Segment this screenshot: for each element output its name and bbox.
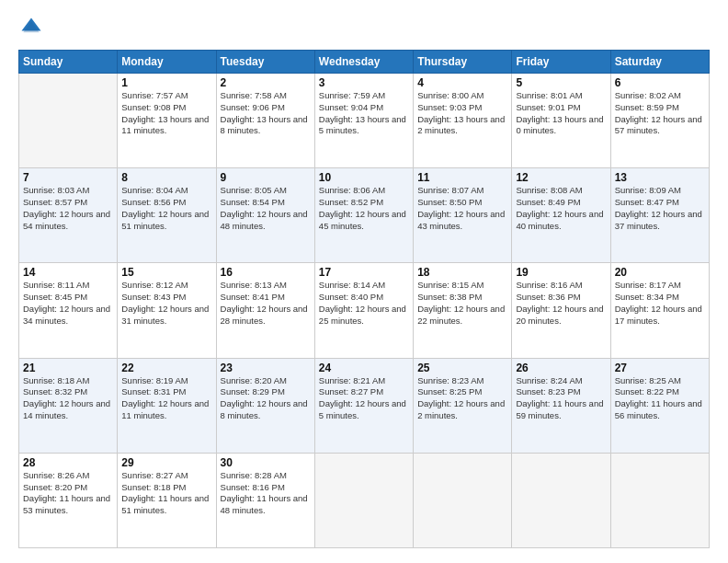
sunset-text: Sunset: 8:29 PM xyxy=(221,386,285,396)
calendar-cell: 26Sunrise: 8:24 AMSunset: 8:23 PMDayligh… xyxy=(512,358,610,453)
sunset-text: Sunset: 8:54 PM xyxy=(221,197,285,207)
sunrise-text: Sunrise: 8:11 AM xyxy=(23,280,89,290)
daylight-text: Daylight: 12 hours and 37 minutes. xyxy=(615,209,702,231)
day-info: Sunrise: 8:03 AMSunset: 8:57 PMDaylight:… xyxy=(23,185,113,232)
sunset-text: Sunset: 8:40 PM xyxy=(319,292,383,302)
calendar-week-1: 1Sunrise: 7:57 AMSunset: 9:08 PMDaylight… xyxy=(19,74,710,168)
sunrise-text: Sunrise: 8:16 AM xyxy=(516,280,582,290)
day-info: Sunrise: 8:15 AMSunset: 8:38 PMDaylight:… xyxy=(417,280,507,327)
day-info: Sunrise: 8:02 AMSunset: 8:59 PMDaylight:… xyxy=(615,90,705,137)
sunset-text: Sunset: 8:38 PM xyxy=(417,292,482,302)
page: SundayMondayTuesdayWednesdayThursdayFrid… xyxy=(0,0,728,563)
day-info: Sunrise: 7:57 AMSunset: 9:08 PMDaylight:… xyxy=(121,90,211,137)
calendar-cell: 29Sunrise: 8:27 AMSunset: 8:18 PMDayligh… xyxy=(118,453,216,547)
weekday-header-row: SundayMondayTuesdayWednesdayThursdayFrid… xyxy=(19,51,710,74)
daylight-text: Daylight: 11 hours and 48 minutes. xyxy=(221,493,308,515)
day-info: Sunrise: 8:13 AMSunset: 8:41 PMDaylight:… xyxy=(221,280,311,327)
weekday-header-friday: Friday xyxy=(512,51,610,74)
day-info: Sunrise: 7:59 AMSunset: 9:04 PMDaylight:… xyxy=(319,90,409,137)
sunset-text: Sunset: 8:23 PM xyxy=(516,386,580,396)
day-number: 19 xyxy=(516,266,606,279)
day-info: Sunrise: 8:08 AMSunset: 8:49 PMDaylight:… xyxy=(516,185,606,232)
daylight-text: Daylight: 12 hours and 31 minutes. xyxy=(121,304,209,326)
day-number: 24 xyxy=(319,362,409,374)
sunset-text: Sunset: 8:50 PM xyxy=(417,197,482,207)
sunset-text: Sunset: 8:43 PM xyxy=(121,292,186,302)
calendar-cell: 12Sunrise: 8:08 AMSunset: 8:49 PMDayligh… xyxy=(512,168,610,263)
daylight-text: Daylight: 12 hours and 5 minutes. xyxy=(319,398,406,420)
daylight-text: Daylight: 12 hours and 57 minutes. xyxy=(615,114,702,136)
sunset-text: Sunset: 8:34 PM xyxy=(615,292,679,302)
sunset-text: Sunset: 8:16 PM xyxy=(221,482,285,492)
sunrise-text: Sunrise: 8:08 AM xyxy=(516,185,582,195)
logo-icon xyxy=(18,15,44,40)
day-number: 8 xyxy=(121,171,211,184)
day-info: Sunrise: 8:00 AMSunset: 9:03 PMDaylight:… xyxy=(417,90,507,137)
day-number: 15 xyxy=(121,266,211,279)
day-number: 14 xyxy=(23,266,113,279)
day-info: Sunrise: 8:18 AMSunset: 8:32 PMDaylight:… xyxy=(23,375,113,422)
sunrise-text: Sunrise: 8:19 AM xyxy=(121,375,188,385)
calendar-cell: 20Sunrise: 8:17 AMSunset: 8:34 PMDayligh… xyxy=(610,263,709,358)
daylight-text: Daylight: 12 hours and 45 minutes. xyxy=(319,209,406,231)
day-info: Sunrise: 8:26 AMSunset: 8:20 PMDaylight:… xyxy=(23,470,113,517)
daylight-text: Daylight: 12 hours and 54 minutes. xyxy=(23,209,110,231)
sunrise-text: Sunrise: 8:13 AM xyxy=(221,280,287,290)
sunrise-text: Sunrise: 8:01 AM xyxy=(516,90,582,100)
sunrise-text: Sunrise: 8:04 AM xyxy=(121,185,188,195)
day-number: 5 xyxy=(516,76,606,89)
day-info: Sunrise: 8:28 AMSunset: 8:16 PMDaylight:… xyxy=(221,470,311,517)
calendar-cell: 14Sunrise: 8:11 AMSunset: 8:45 PMDayligh… xyxy=(19,263,118,358)
sunrise-text: Sunrise: 8:24 AM xyxy=(516,375,582,385)
sunset-text: Sunset: 9:04 PM xyxy=(319,102,383,112)
sunrise-text: Sunrise: 8:17 AM xyxy=(615,280,681,290)
calendar-cell: 4Sunrise: 8:00 AMSunset: 9:03 PMDaylight… xyxy=(414,74,512,168)
daylight-text: Daylight: 13 hours and 2 minutes. xyxy=(417,114,505,136)
sunrise-text: Sunrise: 8:25 AM xyxy=(615,375,681,385)
sunset-text: Sunset: 8:52 PM xyxy=(319,197,383,207)
day-number: 17 xyxy=(319,266,409,279)
sunset-text: Sunset: 8:25 PM xyxy=(417,386,482,396)
sunset-text: Sunset: 9:03 PM xyxy=(417,102,482,112)
day-number: 26 xyxy=(516,362,606,374)
daylight-text: Daylight: 12 hours and 48 minutes. xyxy=(221,209,308,231)
day-info: Sunrise: 8:14 AMSunset: 8:40 PMDaylight:… xyxy=(319,280,409,327)
sunset-text: Sunset: 9:01 PM xyxy=(516,102,580,112)
day-number: 20 xyxy=(615,266,705,279)
calendar-cell xyxy=(610,453,709,547)
day-info: Sunrise: 8:25 AMSunset: 8:22 PMDaylight:… xyxy=(615,375,705,422)
daylight-text: Daylight: 11 hours and 56 minutes. xyxy=(615,398,702,420)
day-number: 13 xyxy=(615,171,705,184)
calendar-cell: 23Sunrise: 8:20 AMSunset: 8:29 PMDayligh… xyxy=(216,358,314,453)
day-info: Sunrise: 8:05 AMSunset: 8:54 PMDaylight:… xyxy=(221,185,311,232)
calendar-cell: 13Sunrise: 8:09 AMSunset: 8:47 PMDayligh… xyxy=(610,168,709,263)
day-info: Sunrise: 8:27 AMSunset: 8:18 PMDaylight:… xyxy=(121,470,211,517)
calendar-cell: 30Sunrise: 8:28 AMSunset: 8:16 PMDayligh… xyxy=(216,453,314,547)
header xyxy=(18,15,710,40)
daylight-text: Daylight: 12 hours and 34 minutes. xyxy=(23,304,110,326)
sunset-text: Sunset: 9:08 PM xyxy=(121,102,186,112)
calendar-cell: 8Sunrise: 8:04 AMSunset: 8:56 PMDaylight… xyxy=(118,168,216,263)
day-info: Sunrise: 8:06 AMSunset: 8:52 PMDaylight:… xyxy=(319,185,409,232)
sunset-text: Sunset: 8:36 PM xyxy=(516,292,580,302)
sunset-text: Sunset: 8:32 PM xyxy=(23,386,87,396)
calendar-cell: 3Sunrise: 7:59 AMSunset: 9:04 PMDaylight… xyxy=(314,74,413,168)
daylight-text: Daylight: 12 hours and 8 minutes. xyxy=(221,398,308,420)
day-info: Sunrise: 8:23 AMSunset: 8:25 PMDaylight:… xyxy=(417,375,507,422)
weekday-header-sunday: Sunday xyxy=(19,51,118,74)
sunset-text: Sunset: 9:06 PM xyxy=(221,102,285,112)
calendar-cell xyxy=(314,453,413,547)
weekday-header-tuesday: Tuesday xyxy=(216,51,314,74)
sunset-text: Sunset: 8:49 PM xyxy=(516,197,580,207)
sunrise-text: Sunrise: 8:09 AM xyxy=(615,185,681,195)
sunrise-text: Sunrise: 8:18 AM xyxy=(23,375,89,385)
calendar-cell xyxy=(19,74,118,168)
weekday-header-thursday: Thursday xyxy=(414,51,512,74)
day-number: 11 xyxy=(417,171,507,184)
sunset-text: Sunset: 8:20 PM xyxy=(23,482,87,492)
calendar-week-2: 7Sunrise: 8:03 AMSunset: 8:57 PMDaylight… xyxy=(19,168,710,263)
calendar-cell: 28Sunrise: 8:26 AMSunset: 8:20 PMDayligh… xyxy=(19,453,118,547)
day-number: 25 xyxy=(417,362,507,374)
day-number: 30 xyxy=(221,456,311,469)
sunrise-text: Sunrise: 8:15 AM xyxy=(417,280,483,290)
